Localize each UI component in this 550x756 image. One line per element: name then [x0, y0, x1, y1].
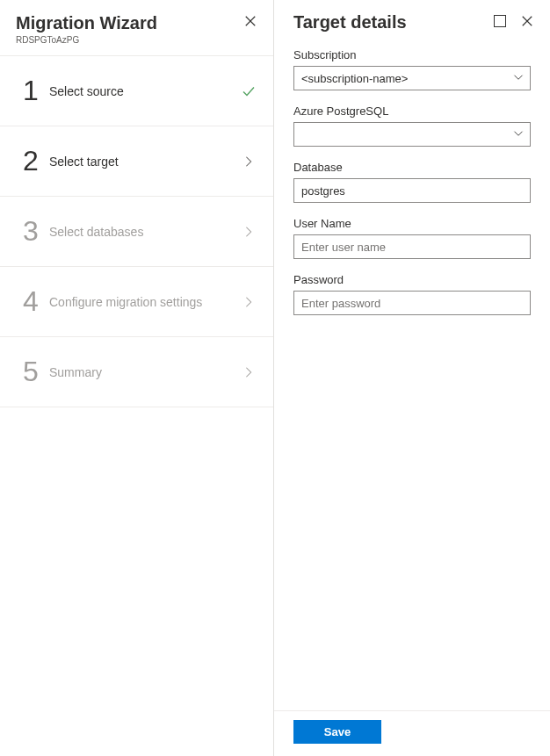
wizard-steps: 1 Select source 2 Select target 3 Select…	[0, 56, 273, 407]
step-label: Select source	[49, 84, 242, 98]
username-label: User Name	[293, 217, 531, 230]
wizard-step-select-source[interactable]: 1 Select source	[0, 56, 273, 126]
step-number: 1	[23, 75, 49, 107]
subscription-select[interactable]	[293, 66, 531, 90]
checkmark-icon	[242, 84, 256, 98]
wizard-step-summary[interactable]: 5 Summary	[0, 337, 273, 407]
details-body: Subscription Azure PostgreSQL Database	[274, 43, 550, 710]
password-label: Password	[293, 273, 531, 286]
step-label: Summary	[49, 365, 242, 379]
field-database: Database	[293, 161, 531, 203]
wizard-step-select-target[interactable]: 2 Select target	[0, 126, 273, 197]
wizard-subtitle: RDSPGToAzPG	[16, 35, 157, 45]
wizard-panel: Migration Wizard RDSPGToAzPG 1 Select so…	[0, 0, 274, 756]
database-input[interactable]	[293, 178, 531, 203]
username-input[interactable]	[293, 234, 531, 259]
field-password: Password	[293, 273, 531, 315]
details-close-button[interactable]	[518, 12, 536, 30]
subscription-label: Subscription	[293, 48, 531, 61]
azure-postgresql-label: Azure PostgreSQL	[293, 104, 531, 118]
wizard-header: Migration Wizard RDSPGToAzPG	[0, 0, 273, 56]
step-label: Configure migration settings	[49, 295, 242, 309]
details-footer: Save	[274, 710, 550, 756]
field-subscription: Subscription	[293, 48, 531, 90]
password-input[interactable]	[293, 291, 531, 315]
wizard-step-configure-migration-settings[interactable]: 4 Configure migration settings	[0, 267, 273, 337]
chevron-right-icon	[242, 365, 256, 379]
database-label: Database	[293, 161, 531, 174]
step-number: 4	[23, 285, 49, 318]
save-button[interactable]: Save	[293, 720, 381, 744]
close-icon	[521, 15, 533, 27]
azure-postgresql-select[interactable]	[293, 122, 531, 147]
field-azure-postgresql: Azure PostgreSQL	[293, 104, 531, 147]
chevron-right-icon	[242, 295, 256, 309]
details-title: Target details	[293, 12, 407, 32]
wizard-title: Migration Wizard	[16, 12, 157, 33]
wizard-close-button[interactable]	[242, 12, 259, 30]
chevron-right-icon	[242, 155, 256, 169]
step-number: 2	[23, 145, 49, 177]
wizard-step-select-databases[interactable]: 3 Select databases	[0, 197, 273, 267]
field-username: User Name	[293, 217, 531, 259]
chevron-right-icon	[242, 225, 256, 239]
step-label: Select databases	[49, 225, 242, 239]
close-icon	[244, 15, 257, 27]
details-panel: Target details Subscription Azure Postgr…	[274, 0, 550, 756]
step-number: 3	[23, 215, 49, 248]
step-label: Select target	[49, 155, 242, 169]
details-header: Target details	[274, 0, 550, 43]
step-number: 5	[23, 356, 49, 388]
maximize-button[interactable]	[494, 15, 506, 27]
